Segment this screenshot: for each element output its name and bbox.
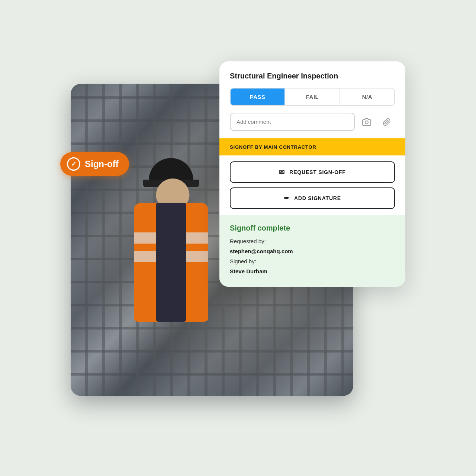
signed-by-row: Signed by: Steve Durham <box>230 256 395 276</box>
add-signature-button[interactable]: ✒ ADD SIGNATURE <box>230 187 395 209</box>
signature-icon: ✒ <box>284 194 290 202</box>
signoff-complete-section: Signoff complete Requested by: stephen@c… <box>219 215 405 287</box>
camera-button[interactable] <box>358 114 375 130</box>
signoff-banner-label: SIGNOFF BY MAIN CONTRACTOR <box>230 144 316 150</box>
svg-point-0 <box>365 121 368 124</box>
signoff-badge[interactable]: Sign-off <box>60 152 129 176</box>
request-signoff-button[interactable]: ✉ REQUEST SIGN-OFF <box>230 161 395 183</box>
inspection-card: Structural Engineer Inspection PASS FAIL… <box>219 61 405 287</box>
na-button[interactable]: N/A <box>340 89 394 105</box>
card-top-section: Structural Engineer Inspection PASS FAIL… <box>219 61 405 138</box>
comment-input[interactable] <box>230 113 355 131</box>
requested-by-row: Requested by: stephen@conqahq.com <box>230 236 395 256</box>
requested-by-value: stephen@conqahq.com <box>230 248 293 254</box>
request-signoff-label: REQUEST SIGN-OFF <box>289 169 345 175</box>
card-title: Structural Engineer Inspection <box>230 72 395 80</box>
worker-inner-jacket <box>156 203 186 322</box>
comment-row <box>230 113 395 131</box>
signed-by-value: Steve Durham <box>230 268 267 274</box>
requested-by-label: Requested by: <box>230 238 266 244</box>
attachment-button[interactable] <box>379 114 395 130</box>
main-scene: Sign-off Structural Engineer Inspection … <box>71 61 405 415</box>
signoff-badge-label: Sign-off <box>85 159 119 169</box>
worker-figure <box>123 158 219 374</box>
signoff-complete-title: Signoff complete <box>230 224 395 232</box>
envelope-icon: ✉ <box>279 168 285 176</box>
fail-button[interactable]: FAIL <box>285 89 340 105</box>
status-buttons-group: PASS FAIL N/A <box>230 88 395 106</box>
check-icon <box>67 157 80 171</box>
signed-by-label: Signed by: <box>230 258 256 264</box>
pass-button[interactable]: PASS <box>231 89 285 105</box>
add-signature-label: ADD SIGNATURE <box>294 195 341 201</box>
signoff-banner: SIGNOFF BY MAIN CONTRACTOR <box>219 138 405 155</box>
action-buttons-section: ✉ REQUEST SIGN-OFF ✒ ADD SIGNATURE <box>219 155 405 215</box>
